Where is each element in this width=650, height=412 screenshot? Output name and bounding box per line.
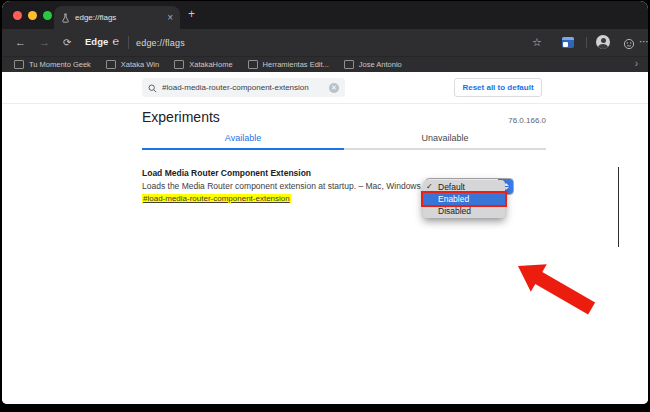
bookmark-item[interactable]: Herramientas Edit...: [248, 60, 329, 69]
flags-page: ✕ Reset all to default Experiments 76.0.…: [2, 72, 648, 404]
bookmark-label: Tu Momento Geek: [29, 60, 91, 69]
avatar-body-icon: [598, 44, 608, 49]
address-bar-url[interactable]: edge://flags: [136, 38, 185, 48]
bookmark-label: Xataka Win: [121, 60, 159, 69]
flag-permalink[interactable]: #load-media-router-component-extension: [142, 194, 291, 203]
flags-tabs: Available Unavailable: [142, 133, 546, 150]
navigation-bar: ← → ⟳ Edge ℮ edge://flags ☆ ⋯: [2, 29, 648, 56]
avatar-head-icon: [601, 38, 606, 43]
settings-menu-icon[interactable]: ⋯: [639, 35, 648, 49]
reset-all-button[interactable]: Reset all to default: [454, 78, 542, 97]
profile-avatar[interactable]: [596, 35, 610, 49]
bookmark-item[interactable]: Xataka Win: [106, 60, 159, 69]
flag-title: Load Media Router Component Extension: [142, 168, 311, 178]
search-icon: [148, 79, 157, 97]
red-arrow-annotation: [506, 232, 606, 317]
browser-window: edge://flags × + ← → ⟳ Edge ℮ edge://fla…: [2, 1, 648, 404]
bookmarks-bar: Tu Momento Geek Xataka Win XatakaHome He…: [2, 56, 648, 72]
option-enabled[interactable]: Enabled: [423, 193, 505, 205]
extension-icon-topbar: [562, 37, 574, 40]
bookmark-label: Jose Antonio: [359, 60, 402, 69]
bookmark-item[interactable]: Jose Antonio: [344, 60, 402, 69]
back-icon[interactable]: ←: [15, 35, 26, 49]
zoom-window-button[interactable]: [43, 11, 52, 20]
section-divider: [2, 103, 648, 104]
bookmark-item[interactable]: Tu Momento Geek: [14, 60, 91, 69]
option-label: Default: [438, 182, 465, 192]
close-tab-icon[interactable]: ×: [167, 13, 173, 23]
edge-logo-icon: ℮: [112, 35, 119, 47]
check-icon: ✓: [426, 181, 433, 193]
extension-icon-detail: [563, 42, 568, 47]
minimize-window-button[interactable]: [28, 11, 37, 20]
favorite-star-icon[interactable]: ☆: [532, 35, 542, 49]
close-window-button[interactable]: [13, 11, 22, 20]
bookmarks-overflow-icon[interactable]: ›: [635, 58, 638, 69]
edge-app-chip: Edge ℮: [85, 35, 119, 47]
bookmark-item[interactable]: XatakaHome: [174, 60, 232, 69]
toolbar-divider: [586, 37, 587, 48]
flags-search-box: ✕: [142, 78, 345, 97]
browser-tab[interactable]: edge://flags ×: [54, 6, 180, 29]
address-bar-divider: [128, 36, 129, 49]
option-disabled[interactable]: Disabled: [423, 205, 505, 217]
traffic-lights: [13, 11, 52, 20]
flask-icon: [61, 9, 70, 27]
folder-icon: [14, 60, 24, 69]
feedback-smiley-icon[interactable]: [623, 36, 635, 54]
new-tab-button[interactable]: +: [188, 7, 195, 21]
forward-icon[interactable]: →: [39, 35, 50, 49]
clear-search-icon[interactable]: ✕: [329, 83, 339, 93]
edge-chip-label: Edge: [85, 36, 108, 47]
screenshot-canvas: { "browser": { "tab_title": "edge://flag…: [0, 0, 650, 412]
folder-icon: [248, 60, 258, 69]
screenshot-edge-line: [618, 167, 619, 247]
tab-available[interactable]: Available: [142, 133, 344, 150]
search-input[interactable]: [162, 83, 324, 92]
extension-icon[interactable]: [562, 37, 574, 48]
select-dropdown-menu: ✓ Default Enabled Disabled: [423, 180, 505, 218]
tab-title: edge://flags: [75, 13, 167, 22]
folder-icon: [344, 60, 354, 69]
bookmark-label: Herramientas Edit...: [263, 60, 329, 69]
folder-icon: [174, 60, 184, 69]
bookmark-label: XatakaHome: [189, 60, 232, 69]
tab-unavailable[interactable]: Unavailable: [344, 133, 546, 150]
tab-strip: edge://flags × +: [2, 1, 648, 29]
option-label: Enabled: [438, 194, 469, 204]
folder-icon: [106, 60, 116, 69]
option-label: Disabled: [438, 206, 471, 216]
version-number: 76.0.166.0: [142, 116, 546, 125]
reload-icon[interactable]: ⟳: [63, 36, 71, 50]
option-default[interactable]: ✓ Default: [423, 181, 505, 193]
flag-description: Loads the Media Router component extensi…: [142, 181, 421, 191]
